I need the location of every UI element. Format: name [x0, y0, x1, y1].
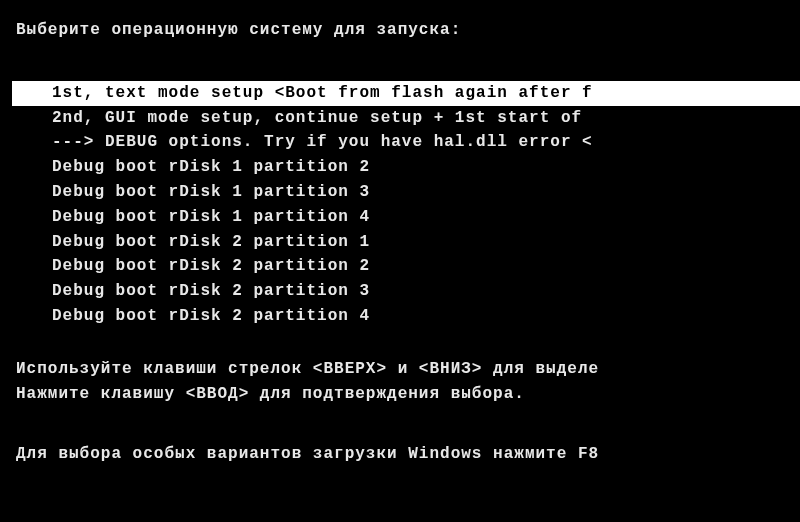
boot-menu-list: 1st, text mode setup <Boot from flash ag…	[12, 81, 800, 329]
boot-menu-item-9[interactable]: Debug boot rDisk 2 partition 4	[52, 304, 800, 329]
boot-menu-item-0[interactable]: 1st, text mode setup <Boot from flash ag…	[12, 81, 800, 106]
boot-menu-title: Выберите операционную систему для запуск…	[12, 18, 800, 43]
boot-menu-item-2[interactable]: ---> DEBUG options. Try if you have hal.…	[52, 130, 800, 155]
boot-menu-item-3[interactable]: Debug boot rDisk 1 partition 2	[52, 155, 800, 180]
boot-menu-item-6[interactable]: Debug boot rDisk 2 partition 1	[52, 230, 800, 255]
boot-menu-item-7[interactable]: Debug boot rDisk 2 partition 2	[52, 254, 800, 279]
instructions-line1: Используйте клавиши стрелок <ВВЕРХ> и <В…	[16, 357, 800, 382]
boot-instructions: Используйте клавиши стрелок <ВВЕРХ> и <В…	[12, 357, 800, 407]
boot-menu-item-1[interactable]: 2nd, GUI mode setup, continue setup + 1s…	[52, 106, 800, 131]
boot-menu-item-5[interactable]: Debug boot rDisk 1 partition 4	[52, 205, 800, 230]
instructions-line2: Нажмите клавишу <ВВОД> для подтверждения…	[16, 382, 800, 407]
boot-menu-item-4[interactable]: Debug boot rDisk 1 partition 3	[52, 180, 800, 205]
boot-footer: Для выбора особых вариантов загрузки Win…	[12, 442, 800, 467]
boot-menu-item-8[interactable]: Debug boot rDisk 2 partition 3	[52, 279, 800, 304]
